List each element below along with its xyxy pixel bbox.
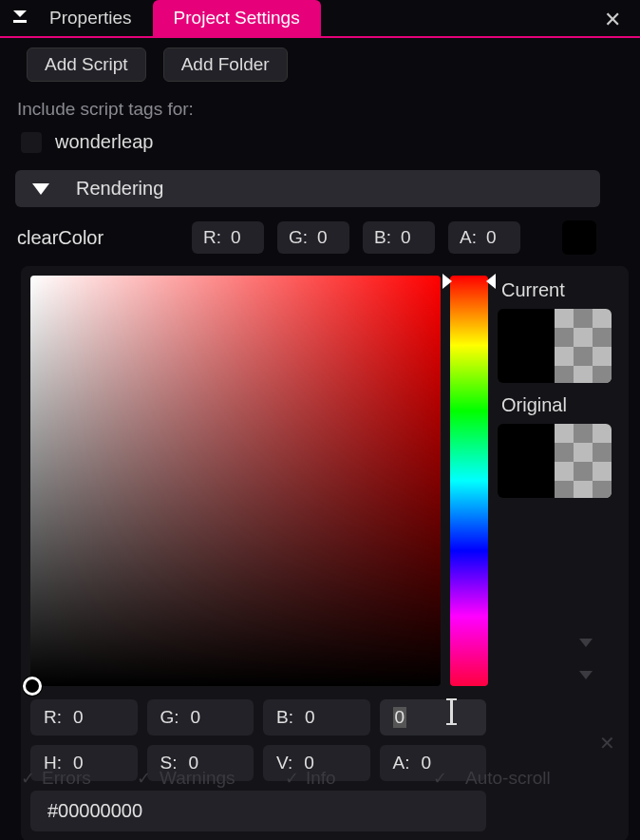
clearcolor-label: clearColor <box>17 227 179 249</box>
picker-v-input[interactable]: V:0 <box>263 745 370 781</box>
picker-r-input[interactable]: R:0 <box>30 699 138 735</box>
script-tag-row: wonderleap <box>15 131 600 170</box>
sv-cursor[interactable] <box>23 677 42 696</box>
picker-b-input[interactable]: B:0 <box>263 699 370 735</box>
current-label: Current <box>498 276 619 301</box>
hue-indicator-right <box>486 274 496 289</box>
chevron-down-icon <box>32 183 49 195</box>
tab-properties[interactable]: Properties <box>28 0 153 36</box>
rendering-label: Rendering <box>76 178 163 200</box>
svg-marker-0 <box>13 10 27 17</box>
tab-bar: Properties Project Settings ✕ <box>0 0 640 38</box>
ghost-check-icon: ✓ <box>137 768 151 789</box>
rendering-section-header[interactable]: Rendering <box>15 170 600 207</box>
color-picker: Current Original R:0 G:0 B:0 <box>21 266 629 840</box>
picker-hex-input[interactable]: #00000000 <box>30 791 486 831</box>
settings-panel: Add Script Add Folder Include script tag… <box>0 38 615 840</box>
collapse-icon[interactable] <box>0 10 28 27</box>
clearcolor-row: clearColor R:0 G:0 B:0 A:0 <box>15 220 600 266</box>
clearcolor-b-input[interactable]: B:0 <box>363 221 435 254</box>
picker-alpha-edit-input[interactable]: 0 <box>380 699 487 735</box>
clearcolor-a-input[interactable]: A:0 <box>448 221 520 254</box>
close-icon[interactable]: ✕ <box>604 8 621 32</box>
include-label: Include script tags for: <box>15 95 600 131</box>
ghost-check-icon: ✓ <box>285 768 299 789</box>
original-label: Original <box>498 391 619 416</box>
svg-rect-1 <box>13 20 27 23</box>
add-script-button[interactable]: Add Script <box>27 48 146 82</box>
wonderleap-label: wonderleap <box>55 131 153 153</box>
ghost-check-icon: ✓ <box>21 768 35 789</box>
tab-project-settings[interactable]: Project Settings <box>153 0 321 36</box>
clearcolor-swatch[interactable] <box>562 220 596 255</box>
picker-s-input[interactable]: S:0 <box>147 745 254 781</box>
picker-h-input[interactable]: H:0 <box>30 745 138 781</box>
sv-picker-area[interactable] <box>30 276 441 686</box>
ghost-check-icon: ✓ <box>433 768 447 789</box>
clearcolor-r-input[interactable]: R:0 <box>192 221 264 254</box>
original-swatch <box>498 424 612 498</box>
text-cursor-icon <box>450 699 453 724</box>
clearcolor-g-input[interactable]: G:0 <box>277 221 349 254</box>
hue-indicator-left <box>442 274 452 289</box>
current-swatch <box>498 309 612 383</box>
add-folder-button[interactable]: Add Folder <box>163 48 288 82</box>
hue-slider[interactable] <box>450 276 488 686</box>
wonderleap-checkbox[interactable] <box>21 132 42 153</box>
picker-g-input[interactable]: G:0 <box>147 699 254 735</box>
